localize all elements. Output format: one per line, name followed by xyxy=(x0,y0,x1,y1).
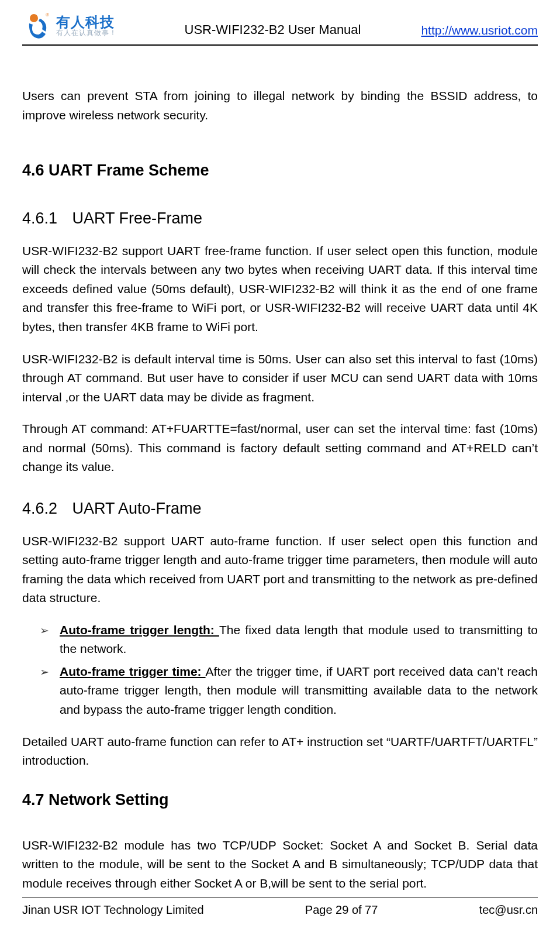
footer-page-number: Page 29 of 77 xyxy=(305,903,378,917)
section-4-7-heading: 4.7 Network Setting xyxy=(22,788,538,813)
header-link-wrap: http://www.usriot.com xyxy=(403,23,538,41)
section-4-6-2-p1: USR-WIFI232-B2 support UART auto-frame f… xyxy=(22,532,538,608)
page-footer: Jinan USR IOT Technology Limited Page 29… xyxy=(22,897,538,917)
bullet-trigger-time-label: Auto-frame trigger time: xyxy=(60,665,206,678)
svg-point-0 xyxy=(30,14,38,22)
section-4-6-1-num: 4.6.1 xyxy=(22,207,68,231)
document-title: USR-WIFI232-B2 User Manual xyxy=(142,22,403,41)
intro-paragraph: Users can prevent STA from joining to il… xyxy=(22,87,538,125)
section-4-6-2-p2: Detailed UART auto-frame function can re… xyxy=(22,732,538,771)
bullet-trigger-time: Auto-frame trigger time: After the trigg… xyxy=(40,662,538,720)
page-body: Users can prevent STA from joining to il… xyxy=(22,87,538,893)
section-4-7-p1: USR-WIFI232-B2 module has two TCP/UDP So… xyxy=(22,836,538,893)
logo: ® 有人科技 有人在认真做事！ xyxy=(22,11,142,41)
logo-tagline: 有人在认真做事！ xyxy=(56,29,117,37)
section-4-6-1-p3: Through AT command: AT+FUARTTE=fast/norm… xyxy=(22,419,538,477)
section-4-6-2-num: 4.6.2 xyxy=(22,497,68,521)
section-4-6-1-heading: 4.6.1 UART Free-Frame xyxy=(22,207,538,231)
bullet-trigger-length-label: Auto-frame trigger length: xyxy=(60,623,219,637)
website-link[interactable]: http://www.usriot.com xyxy=(421,23,538,37)
page: ® 有人科技 有人在认真做事！ USR-WIFI232-B2 User Manu… xyxy=(0,0,560,932)
section-4-6-1-title: UART Free-Frame xyxy=(72,209,203,227)
logo-cn: 有人科技 xyxy=(56,15,117,29)
section-4-6-1-p2: USR-WIFI232-B2 is default interval time … xyxy=(22,350,538,407)
svg-text:®: ® xyxy=(46,12,49,18)
bullet-trigger-length: Auto-frame trigger length: The fixed dat… xyxy=(40,621,538,659)
auto-frame-bullets: Auto-frame trigger length: The fixed dat… xyxy=(22,621,538,720)
section-4-6-heading: 4.6 UART Frame Scheme xyxy=(22,159,538,183)
section-4-6-2-title: UART Auto-Frame xyxy=(72,500,202,517)
footer-company: Jinan USR IOT Technology Limited xyxy=(22,903,204,917)
footer-email: tec@usr.cn xyxy=(479,903,538,917)
page-header: ® 有人科技 有人在认真做事！ USR-WIFI232-B2 User Manu… xyxy=(22,11,538,46)
section-4-6-1-p1: USR-WIFI232-B2 support UART free-frame f… xyxy=(22,242,538,337)
section-4-6-2-heading: 4.6.2 UART Auto-Frame xyxy=(22,497,538,521)
logo-text: 有人科技 有人在认真做事！ xyxy=(56,15,117,37)
company-logo-icon: ® xyxy=(22,11,53,41)
